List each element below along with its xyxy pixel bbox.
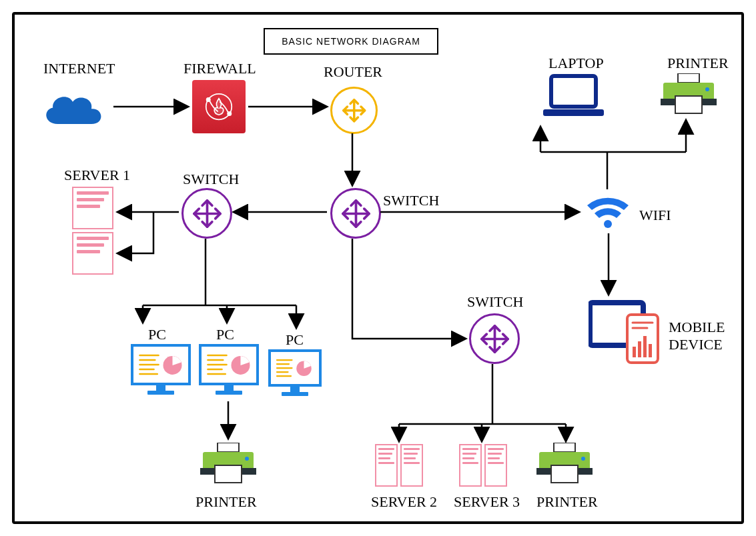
switch-icon-bottom xyxy=(469,313,520,364)
label-server1: SERVER 1 xyxy=(64,167,130,184)
label-switch-left: SWITCH xyxy=(183,171,239,188)
server1-icon xyxy=(72,187,111,277)
switch-icon-left xyxy=(181,188,232,239)
svg-point-40 xyxy=(614,343,619,348)
svg-point-36 xyxy=(705,87,709,91)
svg-rect-25 xyxy=(215,465,242,483)
svg-rect-46 xyxy=(643,336,647,357)
cloud-icon xyxy=(36,87,109,133)
label-laptop: LAPTOP xyxy=(548,55,604,72)
laptop-icon xyxy=(542,73,605,120)
pc2-icon xyxy=(199,344,259,395)
label-wifi: WIFI xyxy=(639,207,671,224)
firewall-icon xyxy=(192,80,246,133)
pc1-icon xyxy=(131,344,191,395)
label-server3: SERVER 3 xyxy=(454,493,520,511)
label-pc2: PC xyxy=(216,326,234,343)
switch-icon-center xyxy=(330,188,381,239)
svg-rect-22 xyxy=(218,443,239,452)
wifi-icon xyxy=(585,193,631,230)
svg-rect-37 xyxy=(551,76,596,107)
label-printer3: PRINTER xyxy=(667,55,729,72)
pc3-icon xyxy=(268,349,322,396)
svg-rect-30 xyxy=(551,465,578,483)
diagram-canvas: BASIC NETWORK DIAGRAM INTERNET FIREWALL … xyxy=(0,0,756,536)
printer1-icon xyxy=(200,443,256,485)
svg-rect-45 xyxy=(638,341,641,357)
router-icon xyxy=(330,87,378,134)
server3-icon xyxy=(459,444,507,489)
label-mobile-1: MOBILE xyxy=(669,319,725,336)
diagram-title: BASIC NETWORK DIAGRAM xyxy=(282,36,420,47)
label-internet: INTERNET xyxy=(43,60,115,77)
label-printer1: PRINTER xyxy=(196,493,257,511)
label-router: ROUTER xyxy=(324,63,382,81)
label-pc1: PC xyxy=(148,326,166,343)
server2-icon xyxy=(375,444,423,489)
printer2-icon xyxy=(536,443,593,485)
svg-point-3 xyxy=(604,220,612,228)
label-server2: SERVER 2 xyxy=(371,493,437,511)
svg-rect-27 xyxy=(554,443,575,452)
svg-point-31 xyxy=(581,457,585,461)
printer3-icon xyxy=(661,73,717,116)
svg-rect-38 xyxy=(543,109,604,116)
svg-rect-35 xyxy=(675,96,702,113)
mobile-device-icon xyxy=(589,299,662,365)
label-switch-bottom: SWITCH xyxy=(467,293,523,311)
label-firewall: FIREWALL xyxy=(183,60,256,77)
svg-rect-47 xyxy=(649,344,652,357)
label-printer2: PRINTER xyxy=(536,493,598,511)
svg-rect-32 xyxy=(678,73,699,83)
diagram-title-box: BASIC NETWORK DIAGRAM xyxy=(264,28,438,55)
svg-point-26 xyxy=(245,457,249,461)
svg-rect-44 xyxy=(633,347,636,357)
label-mobile-2: DEVICE xyxy=(669,336,723,353)
label-switch-center: SWITCH xyxy=(383,192,439,209)
label-pc3: PC xyxy=(286,331,304,349)
